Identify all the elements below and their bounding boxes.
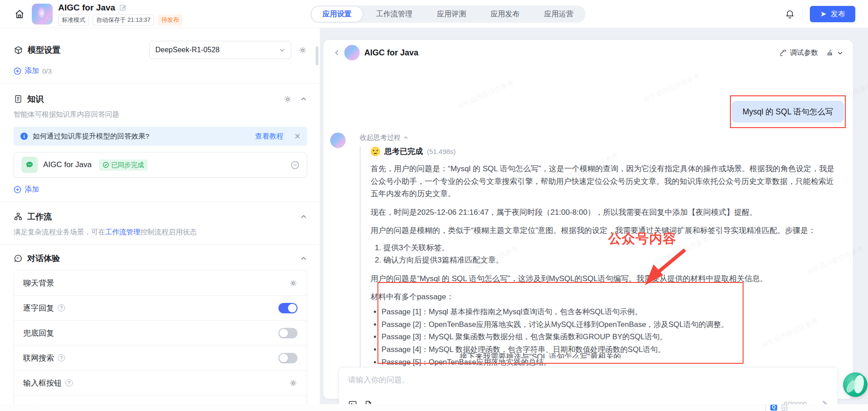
row-chat-background[interactable]: 聊天背景 bbox=[14, 271, 307, 296]
home-icon bbox=[14, 9, 25, 20]
sync-status-badge: 已同步完成 bbox=[99, 159, 148, 171]
header-divider bbox=[802, 9, 803, 19]
help-icon[interactable]: ? bbox=[58, 354, 65, 361]
top-header: AIGC for Java 标准模式 自动保存于 21:13:37 待发布 应用… bbox=[0, 0, 868, 28]
home-button[interactable] bbox=[13, 7, 26, 21]
mode-chip: 标准模式 bbox=[58, 15, 89, 25]
tune-icon bbox=[779, 49, 787, 57]
help-icon[interactable]: ? bbox=[65, 379, 73, 386]
thinking-step: 确认方向后提供3篇精准匹配文章。 bbox=[383, 254, 841, 267]
debug-params-button[interactable]: 调试参数 bbox=[779, 48, 818, 58]
remove-knowledge-button[interactable] bbox=[291, 161, 299, 169]
info-icon: i bbox=[20, 132, 28, 140]
typewriter-reply-toggle[interactable] bbox=[278, 303, 298, 313]
model-settings-title: 模型设置 bbox=[28, 45, 60, 55]
thinking-paragraph: 用户的问题是“Mysql 的 SQL 语句怎么写”，这涉及到MySQL的SQL语… bbox=[371, 272, 841, 285]
thinking-emoji-icon bbox=[371, 147, 380, 156]
workflow-title: 工作流 bbox=[27, 211, 52, 222]
thinking-duration: (51.498s) bbox=[427, 148, 456, 155]
tab-app-operation[interactable]: 应用运营 bbox=[533, 7, 584, 22]
knowledge-item-card[interactable]: AIGC for Java 已同步完成 bbox=[14, 152, 307, 178]
wechat-article-icon bbox=[21, 157, 38, 173]
divider bbox=[0, 202, 320, 202]
workflow-subtitle: 满足复杂流程业务场景，可在工作流管理控制流程启用状态 bbox=[14, 228, 307, 237]
watermark: AI生成内容仅供参考 bbox=[642, 72, 701, 104]
fallback-reply-toggle[interactable] bbox=[278, 328, 298, 338]
row-web-search: 联网搜索? bbox=[14, 346, 307, 371]
chevron-down-icon bbox=[279, 47, 285, 53]
passage-item: Passage [1]：Mysql 基本操作指南之Mysql查询语句，包含各种S… bbox=[382, 306, 841, 318]
model-add-button[interactable]: 添加 0/3 bbox=[14, 66, 52, 76]
chat-message-area: AI生成内容仅供参考 AI生成内容仅供参考 AI生成内容仅供参考 AI生成内容仅… bbox=[323, 65, 853, 399]
broom-icon bbox=[826, 49, 834, 57]
chat-preview-panel: AIGC for Java 调试参数 AI生成内容仅供参考 AI生成内容仅供参考… bbox=[323, 40, 853, 399]
taskbar-mini-icon[interactable]: u bbox=[782, 405, 787, 411]
app-avatar bbox=[32, 4, 53, 25]
app-title: AIGC for Java bbox=[58, 3, 115, 13]
web-search-toggle[interactable] bbox=[278, 353, 298, 363]
model-gear-icon[interactable] bbox=[298, 46, 307, 54]
sidebar-scrollbar[interactable] bbox=[316, 46, 318, 65]
chat-experience-collapse-icon[interactable] bbox=[300, 255, 307, 262]
taskbar-divider bbox=[765, 405, 766, 411]
watermark: AI生成内容仅供参考 bbox=[456, 79, 515, 111]
assistant-avatar bbox=[330, 133, 346, 148]
red-annotation-label: 公众号内容 bbox=[608, 230, 676, 248]
q-app-icon[interactable]: Q bbox=[770, 405, 777, 411]
workflow-collapse-icon[interactable] bbox=[300, 213, 307, 220]
divider bbox=[0, 244, 320, 245]
tab-app-evaluation[interactable]: 应用评测 bbox=[426, 7, 477, 22]
publish-button[interactable]: 发布 bbox=[810, 6, 855, 22]
help-icon[interactable]: ? bbox=[58, 304, 65, 312]
passage-item: Passage [3]：MySQL 聚集函数与数据分组，包含聚集函数和GROUP… bbox=[382, 331, 841, 343]
passage-item: Passage [2]：OpenTenBase应用落地实践，讨论从MySQL迁移… bbox=[382, 319, 841, 331]
thinking-paragraph: 用户的问题是模糊的，类似于“模糊主题文章定位”意图。根据我的设定，我需要通过关键… bbox=[371, 224, 841, 237]
knowledge-add-button[interactable]: 添加 bbox=[14, 185, 39, 194]
knowledge-doc-icon bbox=[14, 94, 23, 104]
gear-icon[interactable] bbox=[289, 379, 298, 387]
annotation-box-user-message: Mysql 的 SQL 语句怎么写 bbox=[730, 95, 846, 128]
clipped-text-line: 接下来我需要挑选与“SQL 语句怎么写”最相关的passage。 bbox=[460, 352, 650, 358]
notification-bell-icon[interactable] bbox=[785, 9, 795, 19]
knowledge-tip-banner: i 如何通过知识库提升模型的回答效果? 查看教程 ✕ bbox=[14, 127, 307, 146]
tab-app-publish[interactable]: 应用发布 bbox=[480, 7, 531, 22]
settings-sidebar: 模型设置 DeepSeek-R1-0528 添加 0/3 知识 智能体可根据知识… bbox=[0, 28, 320, 411]
knowledge-gear-icon[interactable] bbox=[283, 95, 292, 104]
thinking-status: 思考已完成 bbox=[384, 146, 423, 157]
row-typewriter-reply: 逐字回复? bbox=[14, 296, 307, 321]
message-input[interactable] bbox=[348, 375, 828, 393]
chat-app-title: AIGC for Java bbox=[364, 48, 418, 58]
passages-intro: 材料中有多个passage： bbox=[371, 291, 841, 303]
row-input-buttons[interactable]: 输入框按钮? bbox=[14, 371, 307, 396]
workflow-orgchart-icon bbox=[14, 212, 23, 221]
close-icon[interactable]: ✕ bbox=[294, 132, 301, 141]
plus-circle-icon bbox=[14, 67, 21, 75]
collapse-panel-icon[interactable] bbox=[333, 49, 341, 56]
check-circle-icon bbox=[103, 162, 109, 168]
chat-experience-icon bbox=[14, 254, 23, 263]
workflow-management-link[interactable]: 工作流管理 bbox=[105, 228, 141, 236]
knowledge-title: 知识 bbox=[27, 94, 44, 104]
assistant-float-logo[interactable] bbox=[843, 372, 868, 397]
chat-experience-title: 对话体验 bbox=[27, 253, 60, 264]
tab-workflow-management[interactable]: 工作流管理 bbox=[365, 7, 423, 22]
view-tutorial-link[interactable]: 查看教程 bbox=[255, 132, 283, 141]
divider bbox=[0, 83, 320, 84]
plus-circle-icon bbox=[14, 186, 21, 193]
edit-title-icon[interactable] bbox=[119, 4, 127, 11]
red-annotation-arrow bbox=[641, 246, 691, 288]
autosave-chip: 自动保存于 21:13:37 bbox=[93, 15, 154, 25]
thinking-process-block: 思考已完成 (51.498s) 首先，用户的问题是：“Mysql 的 SQL 语… bbox=[360, 146, 841, 381]
knowledge-collapse-icon[interactable] bbox=[300, 96, 307, 103]
chevron-down-icon bbox=[837, 50, 843, 56]
gear-icon[interactable] bbox=[289, 279, 298, 287]
tab-app-settings[interactable]: 应用设置 bbox=[312, 7, 362, 22]
model-select[interactable]: DeepSeek-R1-0528 bbox=[149, 41, 291, 59]
taskbar-strip: Q u bbox=[0, 404, 868, 411]
publish-send-icon bbox=[820, 10, 827, 18]
clear-chat-button[interactable] bbox=[826, 49, 843, 57]
chevron-up-icon bbox=[403, 135, 408, 140]
collapse-thinking-button[interactable]: 收起思考过程 bbox=[360, 134, 408, 142]
model-cube-icon bbox=[14, 45, 23, 55]
row-fallback-reply: 兜底回复 bbox=[14, 321, 307, 346]
